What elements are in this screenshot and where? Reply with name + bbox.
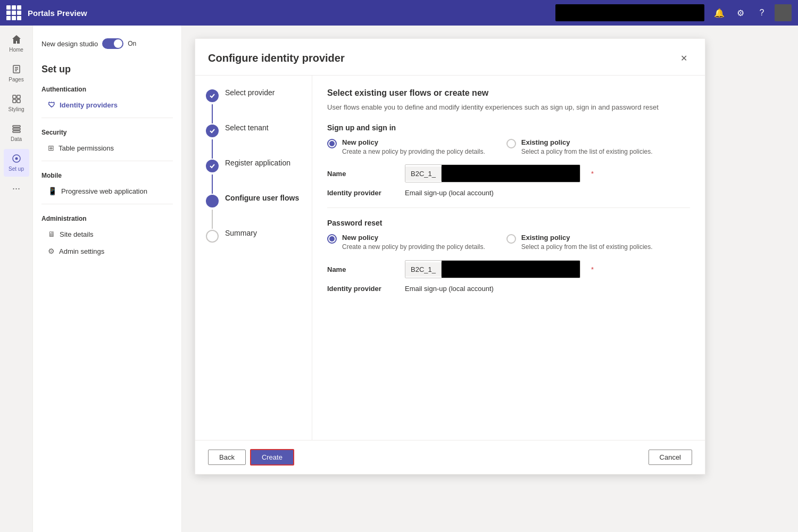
signup-existing-policy-label: Existing policy [521, 138, 653, 146]
signup-existing-policy-option[interactable]: Existing policy Select a policy from the… [506, 138, 653, 156]
reset-idp-label: Identity provider [327, 285, 396, 293]
reset-new-policy-label: New policy [342, 234, 485, 242]
sidebar-setup-title: Set up [33, 55, 181, 79]
section-mobile: Mobile [33, 165, 181, 182]
cancel-button[interactable]: Cancel [649, 450, 692, 465]
sidebar-item-setup[interactable]: Set up [4, 149, 29, 177]
svg-rect-6 [13, 99, 16, 103]
section-security: Security [33, 122, 181, 139]
step-label-4: Configure user flows [225, 194, 299, 217]
admin-icon: ⚙ [48, 247, 55, 255]
signup-section-heading: Sign up and sign in [327, 123, 690, 132]
step-icon-5 [206, 230, 219, 243]
signup-new-policy-option[interactable]: New policy Create a new policy by provid… [327, 138, 485, 156]
step-label-2: Select tenant [225, 123, 269, 147]
app-title: Portals Preview [28, 9, 549, 18]
signup-name-label: Name [327, 170, 396, 178]
reset-radio-group: New policy Create a new policy by provid… [327, 234, 690, 252]
user-avatar[interactable] [775, 4, 792, 21]
toggle-on-label: On [128, 40, 136, 47]
main-content: Configure identity provider ✕ [182, 26, 798, 532]
signup-new-policy-label: New policy [342, 138, 485, 146]
settings-icon[interactable]: ⚙ [732, 4, 749, 21]
sidebar-item-pwa[interactable]: 📱 Progressive web application [33, 182, 181, 200]
sidebar-item-data[interactable]: Data [4, 119, 29, 147]
signup-name-field[interactable] [442, 165, 580, 182]
dialog-title: Configure identity provider [208, 52, 345, 64]
step-wrapper-5: Summary [206, 229, 301, 252]
step-label-1: Select provider [225, 88, 275, 112]
svg-rect-7 [17, 99, 20, 103]
new-design-label: New design studio [41, 40, 98, 48]
svg-rect-8 [13, 126, 20, 127]
reset-name-field[interactable] [442, 261, 580, 278]
new-design-header: New design studio On [33, 34, 181, 55]
stepper: Select provider Select ten [195, 76, 312, 440]
help-icon[interactable]: ? [753, 4, 770, 21]
sidebar-item-admin-settings[interactable]: ⚙ Admin settings [33, 243, 181, 260]
reset-name-label: Name [327, 265, 396, 273]
signup-new-policy-desc: Create a new policy by providing the pol… [342, 147, 485, 156]
step-wrapper-4: Configure user flows [206, 194, 301, 229]
sidebar-item-pages[interactable]: Pages [4, 60, 29, 87]
signup-name-prefix: B2C_1_ [405, 167, 442, 181]
search-box [555, 4, 704, 21]
shield-icon: 🛡 [48, 101, 55, 109]
sidebar-item-home[interactable]: Home [4, 30, 29, 57]
reset-new-policy-option[interactable]: New policy Create a new policy by provid… [327, 234, 485, 252]
sidebar-admin-settings-label: Admin settings [59, 247, 104, 255]
step-wrapper-3: Register application [206, 159, 301, 194]
sidebar-item-table-permissions[interactable]: ⊞ Table permissions [33, 139, 181, 156]
site-icon: 🖥 [48, 230, 55, 238]
sidebar-item-site-details[interactable]: 🖥 Site details [33, 226, 181, 243]
signup-idp-label: Identity provider [327, 189, 396, 197]
sidebar-pages-label: Pages [9, 77, 23, 83]
reset-existing-policy-desc: Select a policy from the list of existin… [521, 243, 653, 252]
reset-name-required: * [591, 265, 594, 273]
reset-name-row: Name B2C_1_ * [327, 260, 690, 278]
reset-name-input-group: B2C_1_ [405, 260, 580, 278]
step-content-desc: User flows enable you to define and modi… [327, 102, 690, 113]
svg-rect-10 [13, 131, 20, 132]
sidebar-more-icon[interactable]: ··· [12, 183, 20, 194]
step-register-application: Register application [206, 159, 301, 194]
reset-new-policy-radio[interactable] [327, 234, 337, 244]
sidebar-identity-providers-label: Identity providers [60, 101, 118, 109]
reset-existing-policy-radio[interactable] [506, 234, 516, 244]
signup-new-policy-radio[interactable] [327, 139, 337, 148]
reset-name-prefix: B2C_1_ [405, 262, 442, 277]
step-configure-user-flows: Configure user flows [206, 194, 301, 229]
step-content-area: Select existing user flows or create new… [312, 76, 705, 440]
reset-existing-policy-option[interactable]: Existing policy Select a policy from the… [506, 234, 653, 252]
step-summary: Summary [206, 229, 301, 252]
section-authentication: Authentication [33, 79, 181, 96]
step-icon-1 [206, 89, 219, 102]
sidebar-item-styling[interactable]: Styling [4, 89, 29, 117]
waffle-menu-icon[interactable] [6, 5, 21, 20]
dialog-close-button[interactable]: ✕ [675, 49, 692, 66]
signup-existing-policy-desc: Select a policy from the list of existin… [521, 147, 653, 156]
configure-identity-dialog: Configure identity provider ✕ [195, 38, 705, 475]
dialog-footer: Back Create Cancel [195, 440, 705, 474]
create-button[interactable]: Create [250, 449, 294, 466]
section-administration: Administration [33, 209, 181, 226]
sidebar-site-details-label: Site details [60, 230, 94, 238]
sidebar-styling-label: Styling [8, 106, 24, 113]
signup-name-input-group: B2C_1_ [405, 164, 580, 182]
sidebar-divider-1 [41, 118, 173, 118]
signup-existing-policy-radio[interactable] [506, 139, 516, 148]
signup-idp-value: Email sign-up (local account) [405, 189, 494, 197]
sidebar-item-identity-providers[interactable]: 🛡 Identity providers [33, 96, 181, 113]
back-button[interactable]: Back [208, 450, 246, 465]
dialog-header: Configure identity provider ✕ [195, 39, 705, 76]
step-wrapper-1: Select provider [206, 88, 301, 123]
sidebar-table-permissions-label: Table permissions [59, 144, 114, 152]
sidebar-divider-3 [41, 204, 173, 204]
top-bar-icons: 🔔 ⚙ ? [711, 4, 792, 21]
step-content-title: Select existing user flows or create new [327, 88, 690, 98]
reset-idp-row: Identity provider Email sign-up (local a… [327, 285, 690, 293]
mobile-icon: 📱 [48, 187, 57, 195]
new-design-toggle[interactable] [102, 38, 123, 49]
notification-icon[interactable]: 🔔 [711, 4, 728, 21]
reset-existing-policy-label: Existing policy [521, 234, 653, 242]
